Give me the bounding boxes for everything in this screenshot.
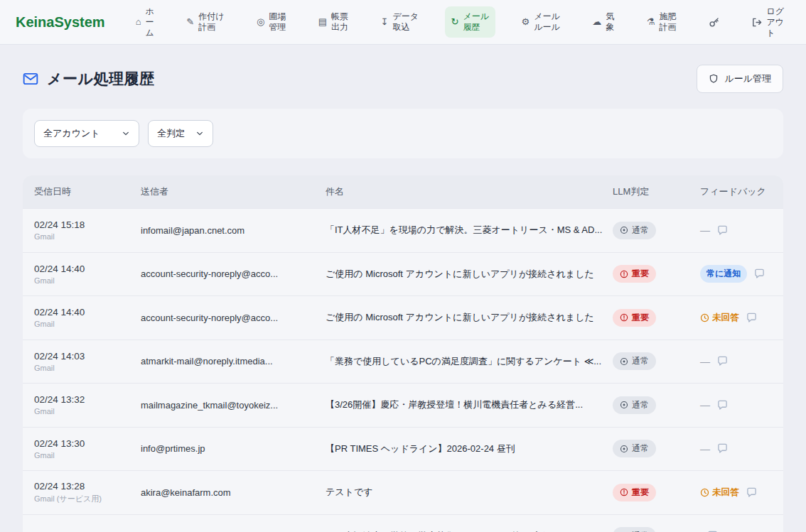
feedback-empty: — xyxy=(700,399,710,411)
feedback-cell: 常に通知 xyxy=(700,265,783,283)
nav-label-field-management: 圃場 管理 xyxy=(269,11,286,33)
comment-icon[interactable] xyxy=(754,268,765,279)
received-datetime: 02/24 14:03 xyxy=(34,351,141,362)
feedback-cell: 未回答 xyxy=(700,487,783,499)
judgment-cell: 重要 xyxy=(613,265,700,283)
header-llm-judgment: LLM判定 xyxy=(613,185,700,198)
received-cell: 02/24 14:40 Gmail xyxy=(34,307,141,328)
sender-email: info@prtimes.jp xyxy=(141,443,326,454)
header-sender: 送信者 xyxy=(141,185,326,198)
subject-text: 「業務で使用しているPCの満足度調査」に関するアンケート ≪... xyxy=(326,355,613,368)
nav-item-logout[interactable]: ログ アウ ト xyxy=(745,1,790,43)
nav-label-logout: ログ アウ ト xyxy=(766,6,784,38)
table-row[interactable]: 02/24 13:30 Gmail info@prtimes.jp 【PR TI… xyxy=(23,427,783,471)
nav-label-planting-plan: 作付け 計画 xyxy=(198,11,224,33)
nav-label-mail-history: メール 履歴 xyxy=(463,11,489,33)
nav-item-data-import[interactable]: ↧ データ 取込 xyxy=(375,6,425,38)
judgment-badge: 重要 xyxy=(613,309,656,327)
target-icon xyxy=(620,357,628,366)
received-cell: 02/24 14:03 Gmail xyxy=(34,351,141,372)
nav-item-planting-plan[interactable]: ✎ 作付け 計画 xyxy=(180,6,230,38)
comment-icon[interactable] xyxy=(717,225,728,236)
feedback-pending-label: 未回答 xyxy=(712,312,739,324)
mail-history-table: 受信日時 送信者 件名 LLM判定 フィードバック 02/24 15:18 Gm… xyxy=(23,175,783,532)
home-icon: ⌂ xyxy=(136,16,141,28)
comment-icon[interactable] xyxy=(746,313,757,323)
judgment-badge: 通常 xyxy=(613,222,656,239)
account-filter-value: 全アカウント xyxy=(43,127,100,140)
pin-icon: ◎ xyxy=(257,16,264,28)
target-icon xyxy=(620,226,628,234)
feedback-pending[interactable]: 未回答 xyxy=(700,312,739,324)
nav-item-mail-rules[interactable]: ⚙ メール ルール xyxy=(515,6,566,38)
received-cell: 02/24 13:28 Gmail (サービス用) xyxy=(34,481,141,504)
shield-icon xyxy=(709,74,719,84)
table-row[interactable]: 02/24 12:10 digital@kochinews.in... 四万十福… xyxy=(23,514,783,532)
account-label: Gmail xyxy=(34,320,141,328)
main-content: メール処理履歴 ルール管理 全アカウント 全判定 受信日時 送信者 件名 LLM… xyxy=(0,45,806,532)
table-row[interactable]: 02/24 14:40 Gmail account-security-norep… xyxy=(23,252,783,296)
comment-icon[interactable] xyxy=(717,356,728,367)
nav-item-password[interactable] xyxy=(702,12,726,33)
nav-item-weather[interactable]: ☁ 気 象 xyxy=(586,6,620,38)
judgment-badge: 通常 xyxy=(613,440,656,457)
chevron-down-icon xyxy=(122,129,130,138)
gear-icon: ⚙ xyxy=(522,16,530,28)
rule-manage-label: ルール管理 xyxy=(724,72,771,85)
header-feedback: フィードバック xyxy=(700,185,783,198)
judgment-label: 重要 xyxy=(632,487,649,499)
table-row[interactable]: 02/24 14:40 Gmail account-security-norep… xyxy=(23,295,783,340)
subject-text: ご使用の Microsoft アカウントに新しいアプリが接続されました xyxy=(326,268,613,281)
comment-icon[interactable] xyxy=(717,400,728,411)
key-icon xyxy=(709,17,719,28)
nav-item-fertilizer-plan[interactable]: ⚗ 施肥 計画 xyxy=(640,6,683,38)
judgment-cell: 通常 xyxy=(613,222,700,239)
table-row[interactable]: 02/24 14:03 Gmail atmarkit-mail@noreply.… xyxy=(23,340,783,384)
nav-item-home[interactable]: ⌂ ホ ー ム xyxy=(129,1,161,43)
nav-label-mail-rules: メール ルール xyxy=(534,11,560,33)
comment-icon[interactable] xyxy=(717,443,728,454)
logout-icon xyxy=(751,17,762,28)
subject-text: ご使用の Microsoft アカウントに新しいアプリが接続されました xyxy=(326,311,613,324)
account-label: Gmail xyxy=(34,232,141,241)
nav-item-mail-history[interactable]: ↻ メール 履歴 xyxy=(445,6,495,38)
feedback-cell: 未回答 xyxy=(700,312,783,324)
account-label: Gmail xyxy=(34,276,141,285)
feedback-cell: — xyxy=(700,443,783,455)
account-label: Gmail xyxy=(34,364,141,372)
table-row[interactable]: 02/24 13:32 Gmail mailmagazine_tkmail@to… xyxy=(23,383,783,427)
table-row[interactable]: 02/24 13:28 Gmail (サービス用) akira@keinafar… xyxy=(23,470,783,514)
judgment-badge: 通常 xyxy=(613,527,656,532)
account-filter-select[interactable]: 全アカウント xyxy=(34,120,139,147)
table-row[interactable]: 02/24 15:18 Gmail infomail@japan.cnet.co… xyxy=(23,208,783,252)
rule-manage-button[interactable]: ルール管理 xyxy=(697,65,783,93)
received-datetime: 02/24 14:40 xyxy=(34,264,141,274)
judgment-cell: 通常 xyxy=(613,396,700,414)
table-header-row: 受信日時 送信者 件名 LLM判定 フィードバック xyxy=(23,175,783,208)
judgment-label: 通常 xyxy=(632,355,649,367)
nav-item-field-management[interactable]: ◎ 圃場 管理 xyxy=(250,6,292,38)
cloud-icon: ☁ xyxy=(592,16,601,28)
judgment-cell: 通常 xyxy=(613,440,700,457)
feedback-cell: — xyxy=(700,399,783,411)
sender-email: atmarkit-mail@noreply.itmedia... xyxy=(141,356,326,367)
feedback-empty: — xyxy=(700,443,710,455)
chevron-down-icon xyxy=(195,129,204,138)
received-cell: 02/24 13:32 Gmail xyxy=(34,394,141,416)
received-datetime: 02/24 13:30 xyxy=(34,438,141,449)
account-label: Gmail xyxy=(34,451,141,460)
judgment-label: 重要 xyxy=(632,312,649,324)
clock-icon xyxy=(700,313,709,322)
subject-text: 【PR TIMES ヘッドライン】2026-02-24 昼刊 xyxy=(326,443,613,455)
app-logo[interactable]: KeinaSystem xyxy=(16,14,105,31)
feedback-pending[interactable]: 未回答 xyxy=(700,487,739,499)
feedback-cell: — xyxy=(700,356,783,367)
judgment-badge: 通常 xyxy=(613,352,656,370)
feedback-badge[interactable]: 常に通知 xyxy=(700,265,747,283)
judgment-filter-select[interactable]: 全判定 xyxy=(148,120,213,147)
nav-item-report-output[interactable]: ▤ 帳票 出力 xyxy=(312,6,355,38)
received-datetime: 02/24 15:18 xyxy=(34,219,141,230)
comment-icon[interactable] xyxy=(746,487,757,498)
judgment-filter-value: 全判定 xyxy=(157,127,185,140)
subject-text: 【3/26開催】慶応・岸教授登壇！横川電機責任者とみる経営... xyxy=(326,398,613,411)
